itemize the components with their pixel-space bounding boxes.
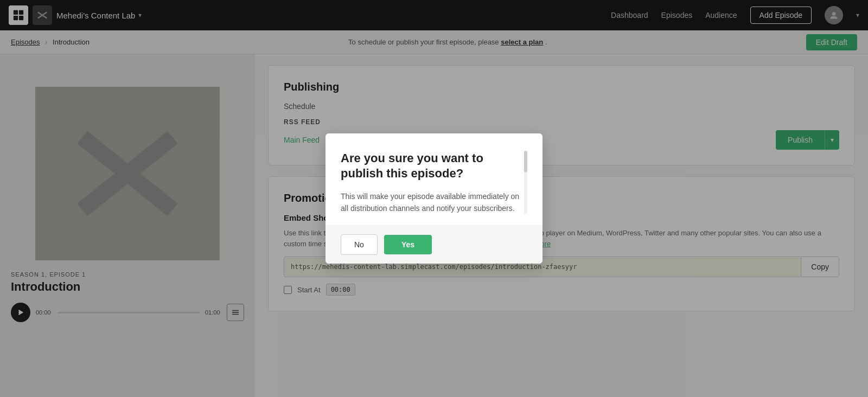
modal-title: Are you sure you want to publish this ep…	[341, 151, 527, 182]
modal-scroll-area: Are you sure you want to publish this ep…	[341, 151, 527, 215]
modal-no-button[interactable]: No	[341, 234, 378, 255]
modal-description: This will make your episode available im…	[341, 190, 527, 215]
modal-yes-button[interactable]: Yes	[384, 235, 432, 254]
modal-scrollbar[interactable]	[524, 151, 527, 215]
modal-footer: No Yes	[326, 225, 542, 264]
modal-scrollbar-thumb	[524, 151, 527, 172]
modal-body: Are you sure you want to publish this ep…	[326, 133, 542, 226]
publish-confirm-modal: Are you sure you want to publish this ep…	[326, 133, 542, 264]
modal-overlay[interactable]: Are you sure you want to publish this ep…	[0, 0, 868, 397]
